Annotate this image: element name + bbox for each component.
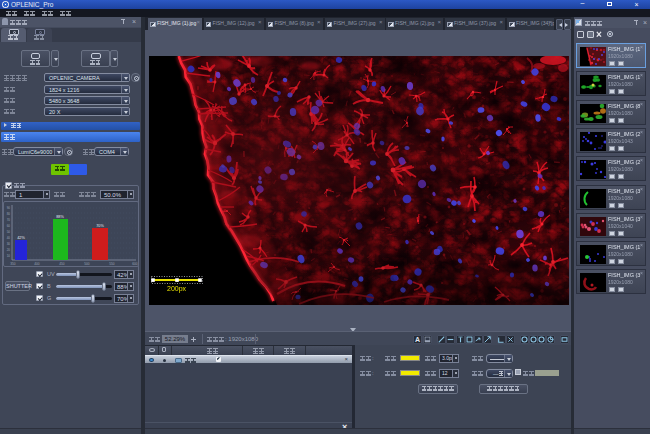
svg-text:450: 450 — [59, 262, 65, 266]
svg-text:42%: 42% — [17, 236, 25, 240]
svg-text:70: 70 — [7, 218, 11, 222]
svg-text:88%: 88% — [56, 215, 64, 219]
svg-text:90: 90 — [7, 206, 11, 210]
svg-text:40: 40 — [7, 236, 11, 240]
svg-text:A: A — [415, 336, 420, 343]
svg-text:350: 350 — [10, 262, 16, 266]
svg-text:80: 80 — [7, 212, 11, 216]
svg-text:500: 500 — [84, 262, 90, 266]
svg-text:600: 600 — [132, 262, 138, 266]
svg-text:20: 20 — [7, 248, 11, 252]
svg-text:550: 550 — [109, 262, 115, 266]
svg-text:70%: 70% — [96, 224, 104, 228]
svg-text:200px: 200px — [167, 285, 187, 293]
svg-text:50: 50 — [7, 230, 11, 234]
svg-text:10: 10 — [7, 254, 11, 258]
svg-text:60: 60 — [7, 224, 11, 228]
svg-text:30: 30 — [7, 242, 11, 246]
svg-text:400: 400 — [34, 262, 40, 266]
